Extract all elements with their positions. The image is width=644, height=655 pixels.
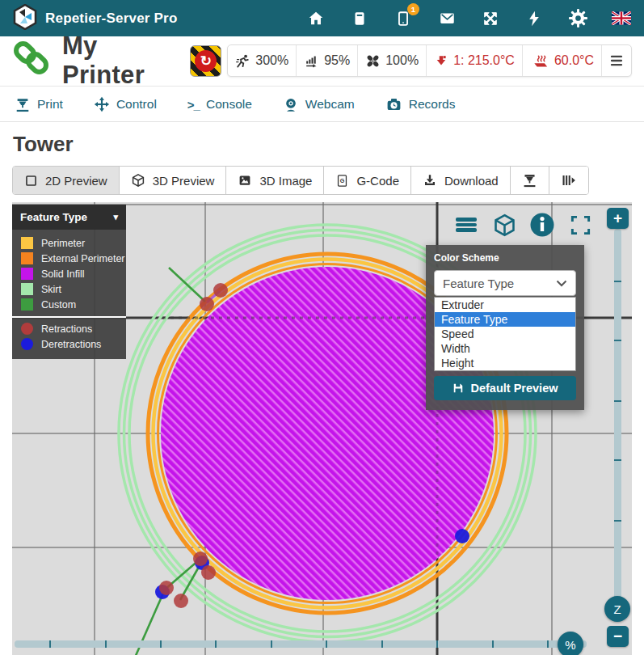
print-queue-icon[interactable] (350, 9, 369, 28)
devices-icon[interactable]: 1 (394, 9, 413, 28)
color-scheme-popup: Color Scheme Feature Type ExtruderFeatur… (426, 245, 584, 410)
color-scheme-selected-value: Feature Type (443, 277, 514, 290)
z-slider-tick (614, 459, 621, 461)
progress-slider[interactable] (15, 640, 587, 648)
zoom-out-button[interactable]: − (607, 626, 629, 647)
retraction-point (201, 565, 216, 580)
legend-color-swatch (21, 268, 33, 280)
control-arrows-icon (94, 96, 110, 112)
app-logo-icon (13, 4, 37, 33)
download-button[interactable]: Download (410, 167, 510, 194)
color-scheme-option[interactable]: Width (435, 341, 575, 356)
download-icon (423, 173, 437, 188)
tab-console[interactable]: >_ Console (187, 97, 252, 112)
tab-3d-preview[interactable]: 3D Preview (119, 167, 226, 194)
tab-control[interactable]: Control (94, 97, 157, 112)
preview-info-button[interactable] (528, 213, 556, 237)
console-prompt-icon: >_ (187, 98, 200, 112)
layer-playback-button[interactable] (549, 167, 588, 194)
tab-records[interactable]: Records (385, 97, 456, 112)
printer-tab-bar: Print Control >_ Console Webcam Records (0, 87, 644, 122)
tab-3d-image[interactable]: 3D Image (225, 167, 323, 194)
legend-header[interactable]: Feature Type ▾ (12, 205, 126, 230)
printer-link-icon (12, 41, 53, 80)
job-title: Tower (13, 132, 631, 157)
progress-slider-tick (105, 640, 107, 648)
legend-item-label: Skirt (41, 284, 61, 295)
tab-print[interactable]: Print (15, 97, 63, 112)
layers-play-icon (561, 173, 577, 188)
deretraction-point (455, 529, 469, 543)
save-icon (452, 382, 464, 394)
tab-webcam[interactable]: Webcam (283, 97, 355, 112)
extruder-temp-button[interactable]: 1: 215.0°C (426, 45, 522, 76)
tab-gcode[interactable]: G G-Code (323, 167, 410, 194)
home-icon[interactable] (306, 9, 326, 28)
speed-button[interactable]: 300% (228, 45, 296, 76)
tab-gcode-label: G-Code (356, 174, 399, 188)
fan-button[interactable]: 100% (357, 45, 426, 76)
gcode-2d-preview-canvas[interactable]: Feature Type ▾ PerimeterExternal Perimet… (12, 202, 632, 655)
tab-3d-preview-label: 3D Preview (153, 174, 215, 188)
tab-webcam-label: Webcam (305, 97, 355, 112)
progress-slider-tick (49, 640, 51, 648)
tab-2d-preview[interactable]: 2D Preview (13, 167, 119, 194)
color-scheme-option[interactable]: Height (435, 356, 575, 370)
color-scheme-option[interactable]: Extruder (435, 298, 575, 312)
webcam-icon (283, 96, 299, 113)
color-scheme-option[interactable]: Speed (435, 327, 575, 341)
default-preview-button[interactable]: Default Preview (434, 376, 576, 400)
legend-item-label: Perimeter (41, 238, 85, 249)
expand-arrows-icon[interactable] (481, 9, 500, 28)
printer-menu-button[interactable] (601, 45, 631, 76)
legend-item: Solid Infill (12, 266, 126, 281)
power-bolt-icon[interactable] (524, 9, 544, 28)
image-icon (238, 173, 252, 188)
legend-item-label: Retractions (41, 323, 92, 335)
legend-title: Feature Type (20, 211, 87, 223)
speed-value: 300% (255, 53, 288, 68)
language-flag-icon[interactable] (612, 9, 631, 28)
zoom-in-button[interactable]: + (607, 208, 629, 229)
preview-menu-button[interactable] (452, 213, 480, 237)
emergency-stop-button[interactable]: ↻ (190, 45, 221, 77)
cube-icon (492, 213, 517, 238)
legend-item: Deretractions (12, 336, 126, 352)
fullscreen-button[interactable] (566, 213, 594, 237)
flow-button[interactable]: 95% (296, 45, 357, 76)
color-scheme-select[interactable]: Feature Type (434, 270, 576, 296)
printer-name: My Printer (62, 32, 177, 90)
bed-temp-button[interactable]: 60.0°C (522, 45, 601, 76)
progress-slider-tick (326, 640, 327, 648)
extruder-temp-icon (434, 53, 448, 69)
legend-item: Retractions (12, 321, 126, 336)
fan-value: 100% (385, 53, 419, 68)
notification-badge: 1 (407, 3, 419, 15)
legend-item: External Perimeter (12, 251, 126, 266)
progress-slider-handle[interactable]: % (558, 632, 583, 655)
legend-item-label: External Perimeter (41, 253, 125, 264)
legend-item: Skirt (12, 281, 126, 297)
retraction-point (200, 297, 214, 311)
color-scheme-option[interactable]: Feature Type (435, 312, 575, 327)
menu-icon (609, 54, 624, 67)
printer-status-toolbar: 300% 95% 100% 1: (227, 44, 632, 77)
legend-color-swatch (21, 237, 33, 249)
progress-slider-tick (271, 640, 272, 648)
legend-color-swatch (21, 283, 33, 295)
print-nozzle-icon (15, 96, 31, 113)
extrude-view-button[interactable] (510, 167, 549, 194)
legend-color-swatch (21, 338, 33, 350)
fullscreen-icon (570, 214, 591, 236)
svg-text:G: G (340, 178, 345, 184)
bed-temp-icon (530, 53, 549, 69)
color-scheme-options: ExtruderFeature TypeSpeedWidthHeight (434, 297, 576, 371)
preview-3d-toggle-button[interactable] (490, 213, 518, 237)
progress-slider-tick (160, 640, 162, 648)
settings-gear-icon[interactable] (568, 9, 587, 28)
z-layer-slider[interactable] (614, 229, 621, 616)
retraction-point (159, 581, 174, 595)
messages-icon[interactable] (437, 9, 457, 28)
z-slider-handle[interactable]: Z (604, 596, 630, 622)
z-slider-tick (614, 281, 621, 282)
